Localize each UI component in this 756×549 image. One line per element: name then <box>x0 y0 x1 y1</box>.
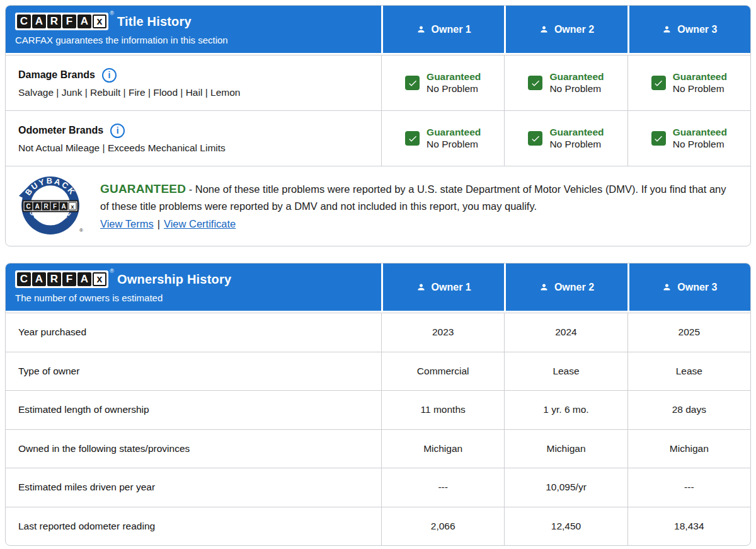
carfax-logo-letter: A <box>77 272 91 286</box>
odometer-reading-row: Last reported odometer reading 2,066 12,… <box>6 507 750 546</box>
carfax-logo-letter: F <box>62 14 76 28</box>
checkmark-icon <box>405 131 420 146</box>
damage-owner-2-cell: Guaranteed No Problem <box>504 55 627 110</box>
row-label-cell: Type of owner <box>6 352 381 391</box>
carfax-logo-letter: C <box>25 202 33 211</box>
carfax-logo-letter: A <box>32 14 46 28</box>
damage-owner-3-cell: Guaranteed No Problem <box>627 55 750 110</box>
registered-trademark: ® <box>110 268 114 274</box>
damage-owner-1-cell: Guaranteed No Problem <box>381 55 504 110</box>
carfax-logo-letter: F <box>62 272 76 286</box>
title-history-header-left: C A R F A x ® Title History CARFAX guara… <box>6 6 381 53</box>
owner-1-header: Owner 1 <box>381 263 504 311</box>
owner-1-value: Commercial <box>381 352 504 391</box>
owner-2-value: Michigan <box>504 430 627 468</box>
states-owned-row: Owned in the following states/provinces … <box>6 429 750 468</box>
carfax-logo-letter: F <box>51 202 59 211</box>
year-purchased-row: Year purchased 2023 2024 2025 <box>6 313 750 352</box>
carfax-logo-letter: A <box>77 14 91 28</box>
row-label-cell: Last reported odometer reading <box>6 507 381 546</box>
registered-trademark: ® <box>110 10 114 16</box>
carfax-logo: C A R F A x ® <box>15 13 108 30</box>
row-label: Year purchased <box>18 327 381 338</box>
row-label: Estimated miles driven per year <box>18 482 381 493</box>
registered-trademark: ® <box>79 228 83 233</box>
person-icon <box>416 25 426 34</box>
guaranteed-label: Guaranteed <box>673 127 727 138</box>
guaranteed-heading: GUARANTEED <box>100 182 186 195</box>
odometer-brands-row: Odometer Brands i Not Actual Mileage | E… <box>6 110 750 166</box>
row-label: Type of owner <box>18 366 381 377</box>
ownership-length-row: Estimated length of ownership 11 months … <box>6 390 750 429</box>
miles-per-year-row: Estimated miles driven per year --- 10,0… <box>6 468 750 507</box>
carfax-buyback-guarantee-badge: BUYBACK GUARANTEE C A R F A x ® <box>18 174 83 238</box>
carfax-logo-letter: R <box>47 14 61 28</box>
owner-1-value: 11 months <box>381 391 504 429</box>
damage-brands-detail: Salvage | Junk | Rebuilt | Fire | Flood … <box>18 87 381 98</box>
owner-2-value: Lease <box>504 352 627 391</box>
row-label-cell: Estimated miles driven per year <box>6 468 381 507</box>
odometer-owner-2-cell: Guaranteed No Problem <box>504 111 627 166</box>
owner-2-value: 12,450 <box>504 507 627 546</box>
odometer-brands-title: Odometer Brands <box>18 125 103 136</box>
odometer-brands-detail: Not Actual Mileage | Exceeds Mechanical … <box>18 142 381 154</box>
view-certificate-link[interactable]: View Certificate <box>164 218 236 229</box>
owner-2-header: Owner 2 <box>504 263 627 311</box>
person-icon <box>662 282 672 292</box>
checkmark-icon <box>405 76 420 90</box>
owner-3-value: --- <box>627 468 750 507</box>
guaranteed-label: Guaranteed <box>427 127 481 138</box>
owner-3-header: Owner 3 <box>627 6 750 53</box>
owner-2-value: 1 yr. 6 mo. <box>504 391 627 429</box>
guarantee-body: - None of these title problems were repo… <box>100 183 726 211</box>
row-label-cell: Estimated length of ownership <box>6 391 381 429</box>
owner-1-header: Owner 1 <box>381 6 504 53</box>
row-label-cell: Owned in the following states/provinces <box>6 430 381 468</box>
section-title: Title History <box>117 14 192 29</box>
guaranteed-label: Guaranteed <box>427 71 481 83</box>
info-icon[interactable]: i <box>110 124 125 138</box>
no-problem-label: No Problem <box>427 139 481 150</box>
odometer-brands-label-cell: Odometer Brands i Not Actual Mileage | E… <box>6 111 381 166</box>
title-history-section: C A R F A x ® Title History CARFAX guara… <box>5 5 751 246</box>
guaranteed-label: Guaranteed <box>549 127 604 138</box>
carfax-logo-letter: A <box>32 272 46 286</box>
owner-3-label: Owner 3 <box>677 24 717 35</box>
no-problem-label: No Problem <box>427 83 481 95</box>
row-label: Owned in the following states/provinces <box>18 443 381 454</box>
guarantee-text: GUARANTEED - None of these title problem… <box>100 180 735 233</box>
owner-3-value: Lease <box>627 352 750 391</box>
view-terms-link[interactable]: View Terms <box>100 218 154 229</box>
carfax-logo-letter: A <box>33 202 42 211</box>
owner-2-header: Owner 2 <box>504 6 627 53</box>
carfax-logo-small: C A R F A x <box>23 200 79 212</box>
carfax-logo-letter: x <box>93 14 106 28</box>
owner-3-value: Michigan <box>627 430 750 468</box>
guaranteed-label: Guaranteed <box>549 71 604 83</box>
owner-1-value: 2023 <box>381 313 504 352</box>
checkmark-icon <box>651 76 666 90</box>
owner-3-value: 28 days <box>627 391 750 429</box>
owner-3-value: 18,434 <box>627 507 750 546</box>
section-subtitle: CARFAX guarantees the information in thi… <box>15 35 381 45</box>
row-label: Estimated length of ownership <box>18 404 381 415</box>
row-label-cell: Year purchased <box>6 313 381 352</box>
carfax-logo-letter: R <box>42 202 50 211</box>
person-icon <box>662 25 672 34</box>
person-icon <box>539 282 549 292</box>
section-title: Ownership History <box>117 272 231 287</box>
section-subtitle: The number of owners is estimated <box>15 292 381 303</box>
carfax-logo: C A R F A x ® <box>15 270 108 288</box>
info-icon[interactable]: i <box>102 68 117 83</box>
link-separator: | <box>158 218 160 229</box>
checkmark-icon <box>528 131 542 146</box>
owner-1-value: --- <box>381 468 504 507</box>
buyback-guarantee-note: BUYBACK GUARANTEE C A R F A x ® GUARANTE… <box>6 166 750 246</box>
checkmark-icon <box>528 76 542 90</box>
no-problem-label: No Problem <box>673 83 727 95</box>
owner-1-label: Owner 1 <box>432 282 471 293</box>
owner-1-value: Michigan <box>381 430 504 468</box>
owner-2-value: 10,095/yr <box>504 468 627 507</box>
owner-2-value: 2024 <box>504 313 627 352</box>
carfax-logo-letter: x <box>69 202 77 211</box>
